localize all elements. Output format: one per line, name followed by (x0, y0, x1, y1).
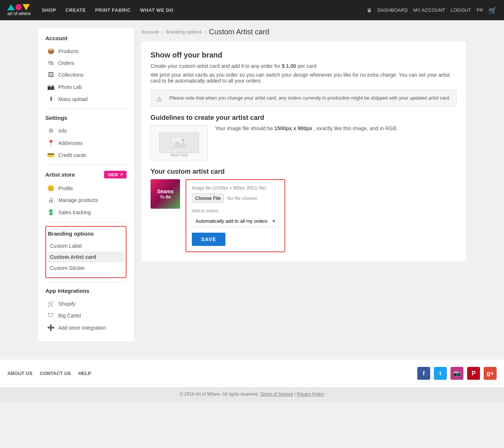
nav-dashboard[interactable]: DASHBOARD (377, 7, 408, 13)
nav-my-account[interactable]: MY ACCOUNT (413, 7, 445, 13)
facebook-icon[interactable]: f (417, 367, 430, 380)
footer-bottom: © 2018 Art of Where. All rights reserved… (0, 387, 504, 401)
sidebar-item-addresses[interactable]: 📍 Addresses (45, 137, 127, 149)
add-store-icon: ➕ (47, 324, 55, 331)
account-section-title: Account (45, 35, 127, 41)
sales-tracking-label: Sales tracking (58, 209, 91, 215)
sidebar-item-products[interactable]: 📦 Products (45, 45, 127, 57)
artist-store-title: Artist store (45, 171, 75, 178)
addresses-label: Addresses (58, 140, 83, 146)
sidebar-item-manage-products[interactable]: 🖨 Manage products (45, 194, 127, 206)
google-plus-icon[interactable]: g+ (484, 367, 497, 380)
upload-form-box: Image file (1500px x 900px JPEG file) Ch… (186, 179, 285, 252)
sidebar-item-mass-upload[interactable]: ⬆ Mass upload (45, 93, 127, 105)
warning-text: Please note that when you change your ar… (169, 95, 451, 101)
breadcrumb: Account | Branding options | Custom Arti… (141, 28, 466, 36)
social-icons: f t 📷 P g+ (417, 367, 497, 380)
sidebar-item-shopify[interactable]: 🛒 Shopify (45, 298, 127, 310)
divider-2 (45, 165, 127, 165)
twitter-icon[interactable]: t (434, 367, 447, 380)
logo-cyan-triangle (7, 4, 15, 10)
nav-links: SHOP CREATE PRINT FABRIC WHAT WE DO (42, 7, 367, 13)
breadcrumb-account[interactable]: Account (141, 29, 159, 35)
privacy-link[interactable]: Privacy Policy (297, 392, 324, 397)
nav-create[interactable]: CREATE (65, 7, 86, 13)
save-button[interactable]: SAVE (192, 233, 225, 246)
artist-card-preview: Artist Card (151, 125, 208, 160)
mass-upload-icon: ⬆ (47, 95, 55, 103)
content-area: Account | Branding options | Custom Arti… (141, 28, 466, 341)
products-label: Products (58, 48, 79, 54)
warning-icon: ⚠ (156, 95, 162, 103)
footer-contact-us[interactable]: CONTACT US (40, 371, 71, 376)
content-card: Show off your brand Create your custom a… (141, 42, 466, 261)
terms-link[interactable]: Terms of Service (260, 392, 293, 397)
nav-shop[interactable]: SHOP (42, 7, 56, 13)
branding-options-box: Branding options Custom Label Custom Art… (45, 226, 127, 278)
sidebar-item-add-store[interactable]: ➕ Add store integration (45, 322, 127, 334)
credit-cards-label: Credit cards (58, 152, 86, 158)
logo[interactable]: art of where (7, 4, 31, 16)
sidebar-item-photo-lab[interactable]: 📷 Photo Lab (45, 81, 127, 93)
footer-links: ABOUT US CONTACT US HELP (7, 371, 91, 376)
top-navigation: art of where SHOP CREATE PRINT FABRIC WH… (0, 0, 504, 20)
dashboard-icon: 🖥 (367, 7, 372, 13)
manage-products-icon: 🖨 (47, 197, 55, 204)
sidebar-item-profile[interactable]: 😊 Profile (45, 182, 127, 194)
sales-tracking-icon: 💲 (47, 209, 55, 216)
photo-lab-icon: 📷 (47, 83, 55, 90)
footer: ABOUT US CONTACT US HELP f t 📷 P g+ © 20… (0, 360, 504, 401)
no-file-text: No file chosen (227, 195, 257, 201)
svg-text:To Be: To Be (160, 195, 171, 199)
guidelines-row: Artist Card Your image file should be 15… (151, 125, 457, 160)
orders-icon: 🛍 (47, 60, 55, 66)
addresses-icon: 📍 (47, 139, 55, 146)
breadcrumb-sep-2: | (205, 29, 206, 35)
settings-section-title: Settings (45, 115, 127, 121)
view-artist-store-button[interactable]: VIEW ↗ (104, 171, 127, 178)
sidebar-item-big-cartel[interactable]: 🛡 Big Cartel (45, 310, 127, 322)
breadcrumb-current: Custom Artist card (209, 28, 269, 36)
divider-4 (45, 282, 127, 282)
your-card-row: Seams To Be Image file (1500px x 900px J… (151, 179, 457, 252)
sidebar-item-custom-label[interactable]: Custom Label (48, 240, 124, 251)
shopify-icon: 🛒 (47, 300, 55, 307)
sidebar-item-orders[interactable]: 🛍 Orders (45, 57, 127, 69)
price-highlight: $ 1.00 (282, 63, 296, 69)
add-orders-select-wrapper: Automatically add to all my orders ▼ (192, 215, 279, 227)
footer-about-us[interactable]: ABOUT US (7, 371, 32, 376)
copyright-text: © 2018 Art of Where. All rights reserved… (180, 392, 259, 397)
custom-artist-card-label: Custom Artist card (50, 254, 96, 260)
sidebar-item-custom-artist-card[interactable]: Custom Artist card (48, 251, 124, 263)
instagram-icon[interactable]: 📷 (451, 367, 463, 380)
choose-file-button[interactable]: Choose File (192, 194, 224, 203)
guidelines-heading: Guidelines to create your artist card (151, 114, 457, 122)
nav-language[interactable]: FR (477, 7, 483, 13)
sidebar-item-collections[interactable]: 🖼 Collections (45, 69, 127, 81)
profile-label: Profile (58, 185, 73, 191)
footer-help[interactable]: HELP (78, 371, 91, 376)
sidebar-item-custom-sticker[interactable]: Custom Sticker (48, 263, 124, 274)
pinterest-icon[interactable]: P (467, 367, 480, 380)
guidelines-size: 1500px x 900px (275, 125, 313, 131)
page-heading: Show off your brand (151, 51, 457, 59)
your-card-heading: Your custom artist card (151, 168, 457, 176)
sidebar-item-credit-cards[interactable]: 💳 Credit cards (45, 149, 127, 161)
guidelines-text: Your image file should be 1500px x 900px… (215, 125, 398, 131)
sidebar-item-info[interactable]: ⚙ Info (45, 125, 127, 137)
manage-products-label: Manage products (58, 197, 98, 203)
nav-logout[interactable]: LOGOUT (451, 7, 471, 13)
page-desc-2: We print your artist cards as you order … (151, 72, 457, 84)
breadcrumb-sep-1: | (162, 29, 163, 35)
collections-icon: 🖼 (47, 72, 55, 78)
nav-what-we-do[interactable]: WHAT WE DO (140, 7, 174, 13)
add-orders-select[interactable]: Automatically add to all my orders (192, 215, 279, 227)
sidebar-item-sales-tracking[interactable]: 💲 Sales tracking (45, 206, 127, 218)
cart-icon[interactable]: 🛒 (489, 6, 497, 14)
breadcrumb-branding-options[interactable]: Branding options (166, 29, 202, 35)
custom-label-label: Custom Label (50, 243, 82, 249)
big-cartel-icon: 🛡 (47, 312, 55, 319)
products-icon: 📦 (47, 48, 55, 55)
branding-options-title: Branding options (48, 230, 124, 237)
nav-print-fabric[interactable]: PRINT FABRIC (95, 7, 131, 13)
